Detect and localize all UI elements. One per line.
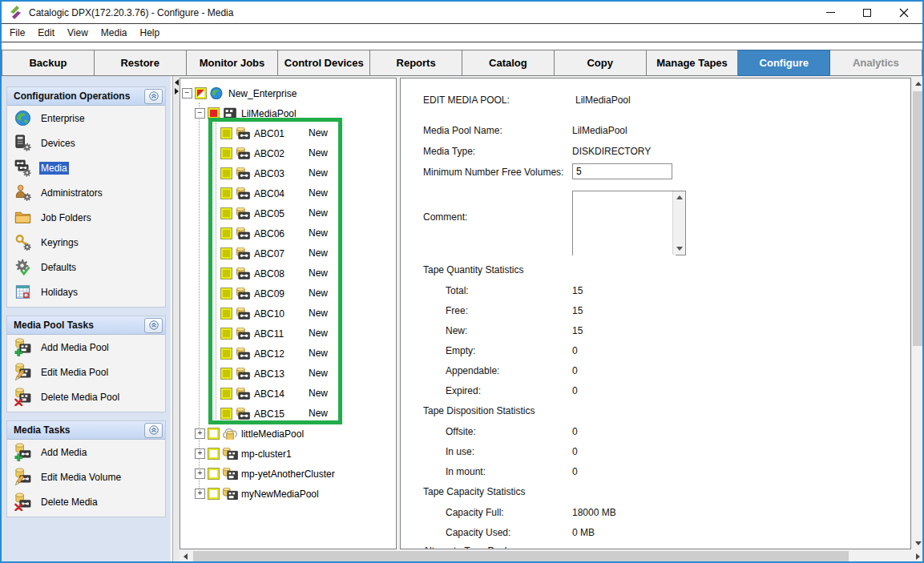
tree-checkbox[interactable] [221, 408, 232, 419]
tree-row-abc04[interactable]: ABC04New [180, 183, 396, 203]
sidebar-item-add-media[interactable]: Add Media [7, 440, 165, 464]
sidebar-item-keyrings[interactable]: Keyrings [7, 230, 165, 255]
sidebar-item-administrators[interactable]: Administrators [7, 180, 165, 205]
tree-row-lilmediapool[interactable]: − LilMediaPool [180, 103, 396, 123]
splitter-expand-right-icon[interactable] [175, 88, 179, 95]
scroll-right-button[interactable] [912, 550, 924, 562]
panel-splitter[interactable] [172, 76, 180, 561]
tree-checkbox[interactable] [208, 448, 219, 459]
tree-expander-minus-icon[interactable]: − [182, 88, 192, 99]
maximize-button[interactable] [849, 2, 886, 23]
horizontal-scroll-thumb[interactable] [193, 551, 849, 561]
tree-checkbox[interactable] [221, 268, 232, 279]
tree-row-mp-yetanothercluster[interactable]: + mp-yetAnotherCluster [180, 464, 396, 484]
tree-row-abc15[interactable]: ABC15New [180, 404, 396, 424]
tree-checkbox[interactable] [221, 288, 232, 299]
tree-row-abc11[interactable]: ABC11New [180, 324, 396, 344]
sidebar-item-job-folders[interactable]: Job Folders [7, 205, 165, 230]
menu-file[interactable]: File [3, 25, 31, 41]
scroll-left-button[interactable] [180, 550, 192, 562]
sidebar-item-edit-media-pool[interactable]: Edit Media Pool [7, 360, 165, 384]
menu-view[interactable]: View [61, 25, 95, 41]
sidebar-item-holidays[interactable]: Holidays [7, 279, 165, 304]
scroll-down-icon[interactable] [676, 247, 683, 251]
tree-expander-plus-icon[interactable]: + [195, 468, 205, 479]
tab-copy[interactable]: Copy [555, 50, 647, 76]
tree-row-new-enterprise[interactable]: −New_Enterprise [180, 83, 396, 103]
tree-checkbox[interactable] [221, 248, 232, 259]
scroll-up-icon[interactable] [676, 195, 683, 199]
tree-checkbox[interactable] [208, 489, 219, 499]
tree-expander-plus-icon[interactable]: + [195, 428, 205, 439]
tree-expander-plus-icon[interactable]: + [195, 489, 205, 499]
menu-help[interactable]: Help [134, 25, 167, 41]
tree-row-abc14[interactable]: ABC14New [180, 384, 396, 404]
tree-row-abc01[interactable]: ABC01New [180, 123, 396, 143]
tree-checkbox[interactable] [196, 88, 206, 99]
tree-checkbox[interactable] [221, 188, 232, 199]
tree-row-abc05[interactable]: ABC05New [180, 203, 396, 223]
sidebar-item-media[interactable]: Media [7, 155, 165, 180]
tree-expander-minus-icon[interactable]: − [195, 108, 205, 119]
minimize-button[interactable] [812, 2, 849, 23]
sidebar-item-add-media-pool[interactable]: Add Media Pool [7, 335, 165, 360]
tab-monitor-jobs[interactable]: Monitor Jobs [187, 50, 279, 76]
tree-row-mp-cluster1[interactable]: + mp-cluster1 [180, 444, 396, 464]
vertical-scroll-thumb[interactable] [913, 91, 923, 346]
collapse-group-button[interactable] [144, 423, 163, 438]
tree-checkbox[interactable] [221, 168, 232, 179]
tab-backup[interactable]: Backup [2, 50, 95, 76]
tree-row-mynewmediapool[interactable]: + myNewMediaPool [180, 484, 396, 504]
tree-row-abc02[interactable]: ABC02New [180, 143, 396, 163]
tab-reports[interactable]: Reports [370, 50, 462, 76]
tree-row-abc13[interactable]: ABC13New [180, 364, 396, 384]
tree-checkbox[interactable] [221, 148, 232, 159]
tree-checkbox[interactable] [208, 428, 219, 439]
scroll-down-button[interactable] [912, 537, 924, 549]
collapse-group-button[interactable] [144, 318, 163, 333]
sidebar-item-delete-media[interactable]: Delete Media [7, 489, 165, 514]
tab-configure[interactable]: Configure [738, 50, 830, 76]
tree-checkbox[interactable] [208, 468, 219, 479]
sidebar-item-devices[interactable]: Devices [7, 131, 165, 155]
tree-row-abc08[interactable]: ABC08New [180, 263, 396, 284]
sidebar-item-delete-media-pool[interactable]: Delete Media Pool [7, 384, 165, 409]
form-vertical-scrollbar[interactable] [912, 78, 924, 549]
comment-input[interactable] [573, 191, 676, 258]
tree-checkbox[interactable] [208, 108, 219, 119]
tab-manage-tapes[interactable]: Manage Tapes [647, 50, 739, 76]
tree-checkbox[interactable] [221, 348, 232, 359]
splitter-collapse-left-icon[interactable] [175, 79, 179, 86]
comment-scrollbar[interactable] [672, 191, 685, 255]
tree-row-abc06[interactable]: ABC06New [180, 223, 396, 243]
tree-row-abc12[interactable]: ABC12New [180, 344, 396, 364]
tree-checkbox[interactable] [221, 368, 232, 379]
tree-row-abc07[interactable]: ABC07New [180, 243, 396, 263]
tree-row-abc09[interactable]: ABC09New [180, 284, 396, 304]
tab-analytics[interactable]: Analytics [830, 50, 922, 76]
scroll-up-button[interactable] [912, 78, 924, 90]
tree-checkbox[interactable] [221, 228, 232, 239]
tree-checkbox[interactable] [221, 128, 232, 139]
tree-checkbox[interactable] [221, 388, 232, 399]
close-button[interactable] [886, 2, 922, 23]
tree-checkbox[interactable] [221, 208, 232, 219]
stat-value-capacity-full: 18000 MB [572, 507, 616, 518]
tree-checkbox[interactable] [221, 328, 232, 339]
collapse-group-button[interactable] [144, 89, 163, 104]
tree-row-abc10[interactable]: ABC10New [180, 304, 396, 324]
sidebar-item-defaults[interactable]: Defaults [7, 255, 165, 279]
menu-media[interactable]: Media [95, 25, 134, 41]
tree-row-littlemediapool[interactable]: + littleMediaPool [180, 424, 396, 444]
tree-checkbox[interactable] [221, 308, 232, 319]
menu-edit[interactable]: Edit [31, 25, 61, 41]
workspace-horizontal-scrollbar[interactable] [180, 550, 924, 562]
sidebar-item-edit-media-volume[interactable]: Edit Media Volume [7, 464, 165, 489]
tab-control-devices[interactable]: Control Devices [278, 50, 370, 76]
tab-catalog[interactable]: Catalog [462, 50, 555, 76]
tab-restore[interactable]: Restore [95, 50, 187, 76]
tree-row-abc03[interactable]: ABC03New [180, 163, 396, 183]
tree-expander-plus-icon[interactable]: + [195, 448, 205, 459]
min-free-volumes-input[interactable] [572, 163, 672, 179]
sidebar-item-enterprise[interactable]: Enterprise [7, 106, 165, 131]
